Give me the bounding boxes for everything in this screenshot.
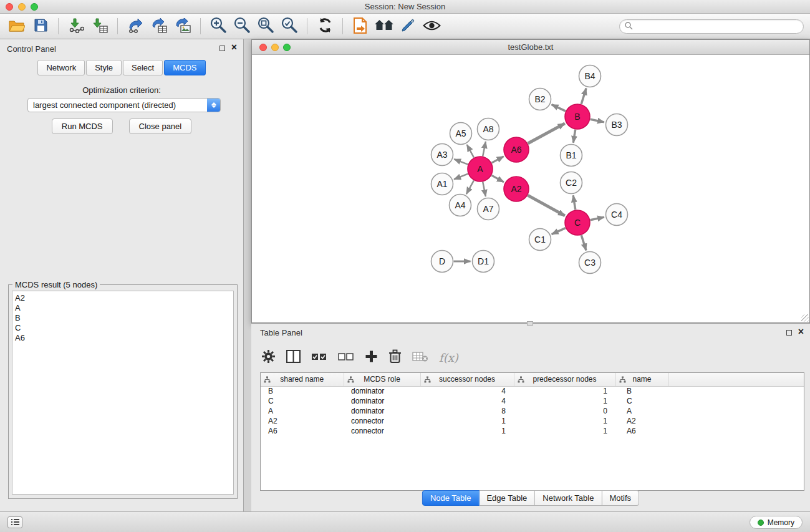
graph-edge-A-A7[interactable]	[483, 182, 486, 196]
graph-edge-B-B4[interactable]	[581, 89, 586, 104]
column-header-predecessor-nodes[interactable]: predecessor nodes	[514, 373, 615, 386]
home-networks-button[interactable]	[372, 16, 396, 37]
graph-node-A8[interactable]: A8	[478, 118, 499, 140]
close-panel-icon[interactable]: ×	[231, 42, 237, 53]
select-all-button[interactable]	[311, 352, 327, 363]
graph-node-A6[interactable]: A6	[504, 137, 529, 162]
zoom-window-button[interactable]	[31, 3, 38, 11]
control-panel-tab-style[interactable]: Style	[86, 60, 122, 75]
control-panel-tab-network[interactable]: Network	[37, 60, 85, 75]
float-panel-icon[interactable]	[219, 46, 225, 51]
search-input[interactable]	[636, 22, 798, 31]
graph-edge-A-A6[interactable]	[492, 157, 504, 163]
table-cell[interactable]: dominator	[344, 386, 420, 396]
table-tab-network-table[interactable]: Network Table	[535, 490, 602, 506]
graph-node-A1[interactable]: A1	[432, 173, 453, 195]
column-header-MCDS-role[interactable]: MCDS role	[344, 373, 420, 386]
table-row[interactable]: Bdominator41B	[261, 386, 804, 396]
node-table-container[interactable]: shared nameMCDS rolesuccessor nodesprede…	[260, 372, 804, 491]
table-cell[interactable]: 0	[514, 406, 615, 416]
table-tab-motifs[interactable]: Motifs	[602, 490, 639, 506]
graph-node-A2[interactable]: A2	[504, 177, 529, 201]
table-cell[interactable]: connector	[344, 416, 420, 426]
open-session-button[interactable]	[5, 16, 29, 37]
result-item[interactable]: C	[15, 323, 231, 333]
table-cell[interactable]: 8	[420, 406, 514, 416]
delete-table-button[interactable]	[412, 351, 428, 364]
column-header-name[interactable]: name	[615, 373, 668, 386]
deselect-all-button[interactable]	[338, 352, 354, 363]
delete-column-button[interactable]	[388, 349, 402, 365]
graph-node-B[interactable]: B	[565, 104, 590, 129]
graph-edge-A-A5[interactable]	[467, 145, 474, 158]
graph-edge-B-B2[interactable]	[552, 105, 566, 111]
mcds-result-list[interactable]: A2ABCA6	[12, 291, 234, 495]
table-cell[interactable]: dominator	[344, 396, 420, 406]
result-item[interactable]: A6	[15, 333, 231, 343]
table-cell[interactable]: A2	[615, 416, 668, 426]
table-cell[interactable]: 1	[514, 416, 615, 426]
table-settings-button[interactable]	[261, 349, 276, 365]
close-panel-button[interactable]: Close panel	[129, 118, 192, 134]
table-cell[interactable]: A	[261, 406, 344, 416]
export-image-button[interactable]	[171, 16, 195, 37]
table-cell[interactable]: connector	[344, 426, 420, 436]
graph-node-C3[interactable]: C3	[579, 252, 601, 274]
column-header-shared-name[interactable]: shared name	[261, 373, 344, 386]
graph-node-B4[interactable]: B4	[579, 65, 601, 87]
network-window-titlebar[interactable]: testGlobe.txt	[252, 40, 809, 55]
graph-node-C2[interactable]: C2	[561, 172, 582, 194]
table-cell[interactable]: B	[615, 386, 668, 396]
table-cell[interactable]: 1	[420, 416, 514, 426]
graph-edge-B-B1[interactable]	[573, 130, 575, 143]
graph-node-C1[interactable]: C1	[529, 229, 551, 251]
graph-edge-C-C3[interactable]	[581, 235, 586, 250]
graph-node-A4[interactable]: A4	[450, 195, 471, 216]
table-cell[interactable]: 1	[420, 426, 514, 436]
table-cell[interactable]: A6	[261, 426, 344, 436]
table-cell[interactable]: 1	[514, 386, 615, 396]
save-session-button[interactable]	[29, 16, 52, 37]
graph-node-D1[interactable]: D1	[473, 251, 494, 273]
graph-edge-A-A1[interactable]	[454, 174, 468, 180]
panel-splitter-handle[interactable]	[527, 321, 533, 326]
run-mcds-button[interactable]: Run MCDS	[52, 118, 113, 134]
table-cell[interactable]: B	[261, 386, 344, 396]
zoom-out-button[interactable]	[230, 16, 254, 37]
graph-edge-B-B3[interactable]	[591, 119, 604, 122]
zoom-fit-button[interactable]	[254, 16, 277, 37]
function-builder-button[interactable]: f(x)	[439, 351, 458, 364]
create-column-button[interactable]	[365, 350, 378, 365]
table-cell[interactable]: dominator	[344, 406, 420, 416]
close-window-button[interactable]	[6, 3, 13, 11]
table-row[interactable]: Cdominator41C	[261, 396, 804, 406]
table-cell[interactable]: C	[615, 396, 668, 406]
result-item[interactable]: B	[15, 313, 231, 323]
import-table-button[interactable]	[88, 16, 112, 37]
graph-edge-C-C2[interactable]	[573, 195, 576, 210]
control-panel-tab-mcds[interactable]: MCDS	[164, 60, 205, 75]
table-cell[interactable]: A6	[615, 426, 668, 436]
export-network-button[interactable]	[123, 16, 147, 37]
zoom-in-button[interactable]	[206, 16, 230, 37]
column-header-successor-nodes[interactable]: successor nodes	[420, 373, 514, 386]
graph-edge-A-A8[interactable]	[483, 142, 486, 156]
table-cell[interactable]: 1	[514, 426, 615, 436]
minimize-window-button[interactable]	[18, 3, 26, 11]
zoom-network-button[interactable]	[283, 44, 291, 51]
apply-layout-button[interactable]	[313, 16, 337, 37]
show-hide-button[interactable]	[420, 16, 443, 37]
graph-node-B1[interactable]: B1	[561, 145, 582, 167]
graph-edge-A6-B[interactable]	[528, 123, 565, 143]
table-tab-node-table[interactable]: Node Table	[422, 490, 480, 506]
table-cell[interactable]: A2	[261, 416, 344, 426]
minimize-network-button[interactable]	[271, 44, 279, 51]
graph-node-A3[interactable]: A3	[432, 144, 453, 166]
graph-edge-C-C1[interactable]	[552, 228, 566, 235]
table-tab-edge-table[interactable]: Edge Table	[479, 490, 535, 506]
table-cell[interactable]: 4	[420, 386, 514, 396]
show-panels-button[interactable]	[7, 516, 22, 528]
table-cell[interactable]: C	[261, 396, 344, 406]
table-cell[interactable]: 4	[420, 396, 514, 406]
control-panel-tab-select[interactable]: Select	[123, 60, 163, 75]
